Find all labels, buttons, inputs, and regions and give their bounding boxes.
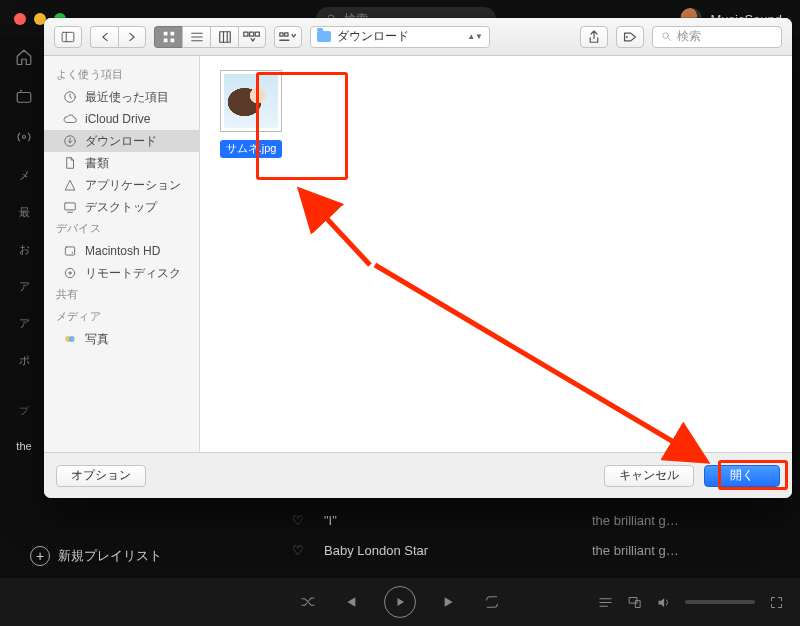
svg-point-26 xyxy=(663,33,669,39)
expand-icon[interactable] xyxy=(769,595,784,610)
photos-icon xyxy=(62,332,78,346)
home-icon[interactable] xyxy=(15,48,33,66)
sidebar-item-label: 書類 xyxy=(85,155,109,172)
play-button[interactable] xyxy=(384,586,416,618)
open-panel-content[interactable]: サムネ.jpg xyxy=(200,56,792,452)
file-item[interactable]: サムネ.jpg xyxy=(215,70,287,162)
view-gallery-button[interactable] xyxy=(238,26,266,48)
tags-button[interactable] xyxy=(616,26,644,48)
sidebar-section-header: メディア xyxy=(44,306,199,328)
file-thumbnail xyxy=(220,70,282,132)
panel-search-field[interactable]: 検索 xyxy=(652,26,782,48)
view-columns-button[interactable] xyxy=(210,26,238,48)
bg-rail-label: ポ xyxy=(19,353,30,368)
queue-icon[interactable] xyxy=(598,595,613,610)
track-title: "I" xyxy=(324,513,574,528)
track-artist: the brilliant g… xyxy=(592,513,679,528)
nav-back-button[interactable] xyxy=(90,26,118,48)
sidebar-item[interactable]: アプリケーション xyxy=(44,174,199,196)
sidebar-item[interactable]: 最近使った項目 xyxy=(44,86,199,108)
group-by-button[interactable] xyxy=(274,26,302,48)
new-playlist-label: 新規プレイリスト xyxy=(58,547,162,565)
repeat-icon[interactable] xyxy=(484,594,500,610)
svg-rect-2 xyxy=(17,93,31,103)
view-icons-button[interactable] xyxy=(154,26,182,48)
cancel-button[interactable]: キャンセル xyxy=(604,465,694,487)
svg-point-37 xyxy=(69,336,75,342)
volume-slider[interactable] xyxy=(685,600,755,604)
browse-icon[interactable] xyxy=(15,88,33,106)
window-close-icon[interactable] xyxy=(14,13,26,25)
track-row[interactable]: ♡ "I" the brilliant g… xyxy=(290,505,780,535)
player-right-controls xyxy=(598,595,784,610)
path-popup[interactable]: ダウンロード ▲▼ xyxy=(310,26,490,48)
open-button[interactable]: 開く xyxy=(704,465,780,487)
sidebar-item[interactable]: 書類 xyxy=(44,152,199,174)
sidebar-item[interactable]: 写真 xyxy=(44,328,199,350)
bg-left-rail: メ 最 お ア ア ポ プ the xyxy=(0,38,48,566)
search-icon xyxy=(661,31,672,42)
nav-forward-button[interactable] xyxy=(118,26,146,48)
toggle-sidebar-button[interactable] xyxy=(54,26,82,48)
open-panel-bottombar: オプション キャンセル 開く xyxy=(44,452,792,498)
radio-icon[interactable] xyxy=(15,128,33,146)
sidebar-section-header: デバイス xyxy=(44,218,199,240)
sidebar-item[interactable]: Macintosh HD xyxy=(44,240,199,262)
svg-rect-32 xyxy=(65,247,74,255)
svg-rect-22 xyxy=(280,32,283,35)
sidebar-item[interactable]: デスクトップ xyxy=(44,196,199,218)
disk-icon xyxy=(62,244,78,258)
clock-icon xyxy=(62,90,78,104)
nav-back-forward xyxy=(90,26,146,48)
svg-rect-16 xyxy=(219,31,230,42)
svg-point-33 xyxy=(72,252,73,253)
path-label: ダウンロード xyxy=(337,28,409,45)
cloud-icon xyxy=(62,112,78,126)
sidebar-item-label: Macintosh HD xyxy=(85,244,160,258)
bg-rail-label: 最 xyxy=(19,205,30,220)
sidebar-item-label: ダウンロード xyxy=(85,133,157,150)
app-icon xyxy=(62,178,78,192)
track-row[interactable]: ♡ Baby London Star the brilliant g… xyxy=(290,535,780,565)
svg-rect-12 xyxy=(170,38,174,42)
track-title: Baby London Star xyxy=(324,543,574,558)
bg-rail-label: the xyxy=(16,440,31,452)
folder-icon xyxy=(317,31,331,42)
svg-rect-6 xyxy=(636,600,640,607)
bg-rail-label: メ xyxy=(19,168,30,183)
svg-point-34 xyxy=(65,268,74,277)
heart-icon[interactable]: ♡ xyxy=(290,543,306,558)
heart-icon[interactable]: ♡ xyxy=(290,513,306,528)
open-panel-toolbar: ダウンロード ▲▼ 検索 xyxy=(44,18,792,56)
plus-circle-icon: + xyxy=(30,546,50,566)
bg-rail-label: ア xyxy=(19,279,30,294)
sidebar-item-label: iCloud Drive xyxy=(85,112,150,126)
svg-point-35 xyxy=(69,272,71,274)
doc-icon xyxy=(62,156,78,170)
sidebar-item-label: リモートディスク xyxy=(85,265,181,282)
download-icon xyxy=(62,134,78,148)
prev-track-icon[interactable] xyxy=(342,594,358,610)
sidebar-item[interactable]: リモートディスク xyxy=(44,262,199,284)
remotedisk-icon xyxy=(62,266,78,280)
sidebar-item[interactable]: ダウンロード xyxy=(44,130,199,152)
view-list-button[interactable] xyxy=(182,26,210,48)
share-button[interactable] xyxy=(580,26,608,48)
player-bar xyxy=(0,578,800,626)
volume-icon[interactable] xyxy=(656,595,671,610)
bg-track-list: ♡ "I" the brilliant g… ♡ Baby London Sta… xyxy=(290,505,780,565)
desktop-icon xyxy=(62,200,78,214)
sidebar-item[interactable]: iCloud Drive xyxy=(44,108,199,130)
options-button[interactable]: オプション xyxy=(56,465,146,487)
svg-rect-30 xyxy=(65,203,76,210)
devices-icon[interactable] xyxy=(627,595,642,610)
sidebar-item-label: デスクトップ xyxy=(85,199,157,216)
svg-line-27 xyxy=(668,38,671,41)
svg-point-3 xyxy=(21,90,22,91)
next-track-icon[interactable] xyxy=(442,594,458,610)
svg-rect-23 xyxy=(285,32,288,35)
svg-rect-10 xyxy=(170,31,174,35)
shuffle-icon[interactable] xyxy=(300,594,316,610)
bg-rail-label: お xyxy=(19,242,30,257)
new-playlist-button[interactable]: + 新規プレイリスト xyxy=(30,546,162,566)
